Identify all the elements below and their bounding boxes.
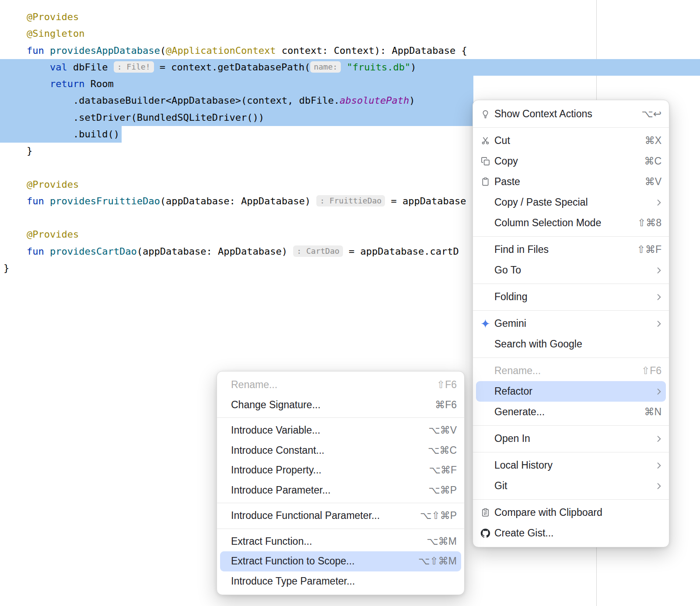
menu-item-generate[interactable]: Generate...⌘N bbox=[476, 402, 666, 422]
menu-item-label: Column Selection Mode bbox=[494, 217, 632, 229]
inlay-hint[interactable]: : File! bbox=[114, 61, 154, 73]
code-token: fun bbox=[27, 45, 50, 56]
menu-separator bbox=[217, 417, 464, 418]
code-token: fun bbox=[27, 196, 50, 207]
menu-item-label: Refactor bbox=[494, 385, 654, 397]
gemini-icon bbox=[480, 319, 494, 329]
menu-separator bbox=[473, 284, 669, 284]
menu-item-introduce-type-parameter[interactable]: Introduce Type Parameter... bbox=[220, 571, 461, 592]
menu-item-column-selection-mode[interactable]: Column Selection Mode⇧⌘8 bbox=[476, 213, 666, 233]
menu-item-copy[interactable]: Copy⌘C bbox=[476, 151, 666, 172]
menu-item-label: Open In bbox=[494, 433, 654, 445]
menu-item-compare-with-clipboard[interactable]: Compare with Clipboard bbox=[476, 502, 666, 523]
menu-shortcut: ⇧⌘F bbox=[637, 244, 662, 256]
menu-item-label: Find in Files bbox=[494, 244, 632, 256]
code-line[interactable]: return Room bbox=[0, 76, 700, 92]
menu-item-label: Create Gist... bbox=[494, 527, 662, 539]
menu-item-git[interactable]: Git bbox=[476, 476, 666, 496]
menu-item-label: Copy / Paste Special bbox=[494, 196, 654, 208]
code-token: } bbox=[4, 145, 32, 156]
menu-item-rename[interactable]: Rename...⇧F6 bbox=[220, 375, 461, 395]
menu-item-extract-function[interactable]: Extract Function...⌥⌘M bbox=[220, 532, 461, 552]
menu-item-label: Rename... bbox=[231, 379, 431, 391]
chevron-right-icon bbox=[654, 319, 663, 328]
inlay-hint[interactable]: : FruittieDao bbox=[316, 195, 385, 207]
inlay-hint[interactable]: : CartDao bbox=[293, 245, 343, 257]
chevron-right-icon bbox=[654, 266, 663, 275]
code-token: .setDriver(BundledSQLiteDriver()) bbox=[4, 112, 264, 123]
chevron-right-icon bbox=[654, 482, 663, 490]
menu-item-introduce-functional-parameter[interactable]: Introduce Functional Parameter...⌥⇧⌘P bbox=[220, 506, 461, 526]
chevron-right-icon bbox=[654, 461, 663, 470]
scissors-icon bbox=[480, 136, 494, 146]
menu-shortcut: ⌥⇧⌘P bbox=[420, 510, 457, 522]
lightbulb-icon bbox=[480, 109, 494, 119]
menu-separator bbox=[217, 529, 464, 529]
code-token bbox=[4, 28, 27, 39]
menu-item-introduce-constant[interactable]: Introduce Constant...⌥⌘C bbox=[220, 441, 461, 461]
code-token: .build() bbox=[4, 129, 119, 140]
refactor-submenu: Rename...⇧F6Change Signature...⌘F6Introd… bbox=[217, 371, 465, 595]
code-line[interactable]: val dbFile : File! = context.getDatabase… bbox=[0, 59, 700, 76]
menu-item-label: Introduce Type Parameter... bbox=[231, 575, 457, 587]
menu-item-label: Copy bbox=[494, 155, 639, 167]
menu-shortcut: ⌥⌘F bbox=[429, 464, 457, 476]
menu-separator bbox=[473, 236, 669, 237]
menu-item-refactor[interactable]: Refactor bbox=[476, 381, 666, 402]
menu-shortcut: ⌘F6 bbox=[435, 399, 457, 411]
code-token: @Provides bbox=[27, 11, 79, 22]
menu-item-introduce-variable[interactable]: Introduce Variable...⌥⌘V bbox=[220, 420, 461, 441]
menu-item-label: Compare with Clipboard bbox=[494, 507, 662, 518]
menu-shortcut: ⌥⇧⌘M bbox=[418, 555, 457, 567]
menu-item-find-in-files[interactable]: Find in Files⇧⌘F bbox=[476, 239, 666, 260]
chevron-right-icon bbox=[654, 198, 663, 207]
menu-item-label: Search with Google bbox=[494, 338, 662, 350]
menu-item-label: Change Signature... bbox=[231, 399, 430, 411]
code-token bbox=[4, 196, 27, 207]
menu-separator bbox=[473, 127, 669, 128]
menu-item-create-gist[interactable]: Create Gist... bbox=[476, 523, 666, 543]
code-token: dbFile bbox=[67, 62, 114, 73]
menu-item-show-context-actions[interactable]: Show Context Actions⌥↩ bbox=[476, 104, 666, 124]
menu-item-change-signature[interactable]: Change Signature...⌘F6 bbox=[220, 395, 461, 415]
menu-item-gemini[interactable]: Gemini bbox=[476, 313, 666, 334]
inlay-hint[interactable]: name: bbox=[310, 61, 341, 73]
menu-item-extract-function-to-scope[interactable]: Extract Function to Scope...⌥⇧⌘M bbox=[220, 551, 461, 571]
code-token: ( bbox=[160, 45, 166, 56]
menu-separator bbox=[473, 310, 669, 311]
menu-separator bbox=[473, 452, 669, 452]
menu-item-label: Introduce Functional Parameter... bbox=[231, 510, 415, 522]
menu-item-go-to[interactable]: Go To bbox=[476, 260, 666, 280]
menu-item-cut[interactable]: Cut⌘X bbox=[476, 130, 666, 151]
menu-item-label: Extract Function to Scope... bbox=[231, 555, 413, 567]
menu-item-folding[interactable]: Folding bbox=[476, 287, 666, 307]
menu-separator bbox=[473, 499, 669, 500]
code-token bbox=[4, 62, 50, 73]
menu-item-introduce-parameter[interactable]: Introduce Parameter...⌥⌘P bbox=[220, 480, 461, 501]
menu-item-introduce-property[interactable]: Introduce Property...⌥⌘F bbox=[220, 460, 461, 480]
menu-item-label: Git bbox=[494, 480, 654, 492]
code-line[interactable]: @Provides bbox=[0, 9, 700, 25]
menu-item-label: Introduce Constant... bbox=[231, 445, 423, 456]
menu-item-open-in[interactable]: Open In bbox=[476, 428, 666, 449]
github-icon bbox=[480, 528, 494, 538]
code-token: return bbox=[50, 78, 84, 89]
menu-item-label: Introduce Variable... bbox=[231, 424, 423, 436]
menu-item-search-with-google[interactable]: Search with Google bbox=[476, 334, 666, 354]
menu-item-paste[interactable]: Paste⌘V bbox=[476, 172, 666, 192]
code-line[interactable]: fun providesAppDatabase(@ApplicationCont… bbox=[0, 42, 700, 59]
menu-item-label: Gemini bbox=[494, 318, 654, 329]
code-token bbox=[4, 45, 27, 56]
menu-item-local-history[interactable]: Local History bbox=[476, 455, 666, 476]
copy-icon bbox=[480, 156, 494, 166]
menu-shortcut: ⇧F6 bbox=[641, 365, 662, 377]
menu-item-label: Local History bbox=[494, 459, 654, 471]
menu-item-rename[interactable]: Rename...⇧F6 bbox=[476, 361, 666, 381]
code-token: providesAppDatabase bbox=[50, 45, 160, 56]
code-token bbox=[4, 11, 27, 22]
menu-item-copy-paste-special[interactable]: Copy / Paste Special bbox=[476, 192, 666, 213]
menu-item-label: Go To bbox=[494, 264, 654, 276]
code-token: = appDatabase.cartD bbox=[343, 246, 459, 257]
code-line[interactable]: @Singleton bbox=[0, 25, 700, 42]
editor-context-menu: Show Context Actions⌥↩Cut⌘XCopy⌘CPaste⌘V… bbox=[472, 100, 669, 547]
